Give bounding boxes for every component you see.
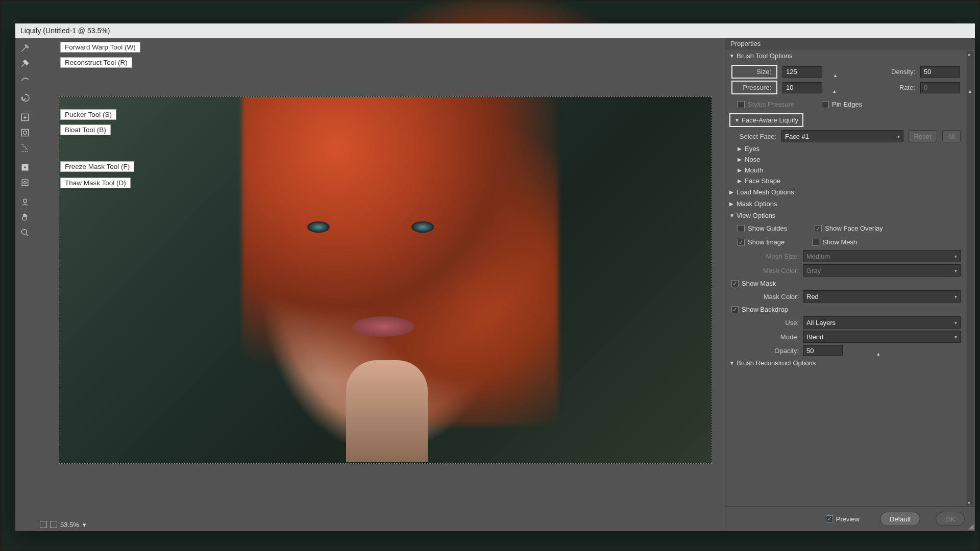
face-tool[interactable] [17, 195, 33, 209]
section-label: View Options [737, 212, 775, 219]
show-mask-checkbox[interactable] [731, 280, 739, 287]
show-guides-label: Show Guides [748, 224, 787, 232]
chevron-down-icon: ▼ [729, 360, 734, 366]
scrollbar[interactable] [967, 51, 974, 506]
use-label: Use: [738, 319, 799, 327]
select-face-dropdown[interactable]: Face #1 ▾ [781, 130, 903, 142]
chevron-down-icon: ▾ [954, 268, 957, 273]
tooltip-reconstruct: Reconstruct Tool (R) [60, 57, 132, 68]
subsection-eyes[interactable]: ▶Eyes [725, 143, 967, 154]
rate-label: Rate: [879, 84, 915, 91]
rate-slider [966, 90, 975, 92]
forward-warp-tool[interactable] [17, 41, 33, 55]
stylus-pressure-checkbox [738, 101, 745, 108]
all-button[interactable]: All [942, 130, 961, 142]
size-input[interactable] [782, 66, 822, 78]
show-mesh-checkbox[interactable] [812, 239, 819, 246]
ok-button[interactable]: OK [936, 512, 965, 526]
svg-point-8 [21, 229, 27, 234]
mesh-size-dropdown: Medium▾ [803, 250, 961, 262]
size-slider[interactable] [828, 74, 874, 77]
view-toggle-1[interactable] [40, 521, 47, 528]
resize-grip-icon[interactable]: ◢ [968, 522, 974, 530]
reconstruct-tool[interactable] [17, 56, 33, 70]
pressure-input[interactable] [782, 82, 822, 93]
show-image-checkbox[interactable] [738, 239, 745, 246]
push-left-tool[interactable] [17, 141, 33, 155]
chevron-right-icon: ▶ [738, 157, 742, 162]
subsection-mouth[interactable]: ▶Mouth [725, 165, 967, 176]
window-title: Liquify (Untitled-1 @ 53.5%) [20, 27, 110, 35]
show-guides-checkbox[interactable] [738, 225, 745, 232]
show-mesh-label: Show Mesh [822, 238, 857, 246]
svg-rect-5 [22, 180, 28, 186]
properties-panel: Properties ▼ Brush Tool Options Size: De… [725, 38, 975, 531]
tool-strip [15, 38, 35, 531]
reset-button[interactable]: Reset [909, 130, 937, 142]
zoom-tool[interactable] [17, 226, 33, 240]
mode-label: Mode: [738, 333, 799, 341]
use-dropdown[interactable]: All Layers▾ [803, 316, 961, 329]
chevron-right-icon: ▶ [738, 178, 742, 184]
thaw-mask-tool[interactable] [17, 176, 33, 190]
subsection-face-shape[interactable]: ▶Face Shape [725, 176, 967, 186]
show-mask-label: Show Mask [742, 280, 776, 287]
section-face-aware[interactable]: ▼ Face-Aware Liquify [729, 113, 803, 127]
chevron-down-icon: ▾ [897, 134, 900, 139]
density-input[interactable] [920, 66, 960, 78]
pressure-slider[interactable] [828, 90, 874, 92]
show-face-overlay-checkbox[interactable] [815, 225, 822, 232]
image-preview-detail [411, 221, 434, 233]
density-label: Density: [879, 68, 915, 76]
svg-point-7 [23, 199, 27, 203]
pin-edges-checkbox[interactable] [822, 101, 829, 108]
opacity-input[interactable] [803, 345, 843, 356]
hand-tool[interactable] [17, 210, 33, 224]
show-backdrop-label: Show Backdrop [742, 306, 788, 313]
liquify-dialog: Liquify (Untitled-1 @ 53.5%) [15, 23, 975, 531]
default-button[interactable]: Default [880, 512, 920, 526]
section-view-options[interactable]: ▼View Options [725, 210, 967, 221]
zoom-level: 53.5% [60, 521, 79, 529]
subsection-label: Mouth [745, 166, 763, 174]
size-label[interactable]: Size: [731, 65, 777, 79]
show-image-label: Show Image [748, 238, 785, 246]
chevron-down-icon: ▼ [729, 213, 734, 218]
bloat-tool[interactable] [17, 126, 33, 140]
tooltip-forward-warp: Forward Warp Tool (W) [60, 42, 140, 53]
mask-color-value: Red [806, 293, 819, 300]
canvas[interactable] [59, 96, 712, 464]
section-mask-options[interactable]: ▶Mask Options [725, 198, 967, 210]
svg-point-6 [24, 182, 27, 184]
section-load-mesh[interactable]: ▶Load Mesh Options [725, 186, 967, 198]
chevron-down-icon: ▾ [954, 320, 957, 325]
preview-label: Preview [836, 515, 860, 523]
tooltip-thaw: Thaw Mask Tool (D) [60, 178, 131, 188]
smooth-tool[interactable] [17, 71, 33, 86]
pin-edges-label: Pin Edges [832, 101, 862, 108]
density-slider[interactable] [966, 74, 975, 77]
view-toggle-2[interactable] [50, 521, 57, 528]
mode-dropdown[interactable]: Blend▾ [803, 331, 961, 343]
section-brush-reconstruct[interactable]: ▼Brush Reconstruct Options [725, 357, 967, 369]
zoom-dropdown[interactable]: ▾ [81, 521, 88, 528]
mask-color-dropdown[interactable]: Red▾ [803, 290, 961, 303]
section-label: Face-Aware Liquify [742, 116, 798, 124]
opacity-slider[interactable] [847, 353, 908, 355]
section-brush-tool-options[interactable]: ▼ Brush Tool Options [725, 50, 967, 62]
tooltip-bloat: Bloat Tool (B) [60, 124, 111, 135]
pressure-label[interactable]: Pressure: [731, 81, 777, 94]
mesh-color-value: Gray [806, 267, 821, 274]
mask-color-label: Mask Color: [738, 293, 799, 300]
chevron-down-icon: ▾ [954, 334, 957, 340]
chevron-down-icon: ▾ [954, 254, 957, 259]
freeze-mask-tool[interactable] [17, 160, 33, 174]
twirl-tool[interactable] [17, 91, 33, 105]
show-backdrop-checkbox[interactable] [731, 306, 739, 313]
chevron-right-icon: ▶ [738, 146, 742, 152]
pucker-tool[interactable] [17, 110, 33, 124]
preview-checkbox[interactable] [826, 515, 833, 522]
panel-footer: Preview Default OK [725, 506, 975, 531]
use-value: All Layers [806, 319, 836, 327]
subsection-nose[interactable]: ▶Nose [725, 154, 967, 165]
